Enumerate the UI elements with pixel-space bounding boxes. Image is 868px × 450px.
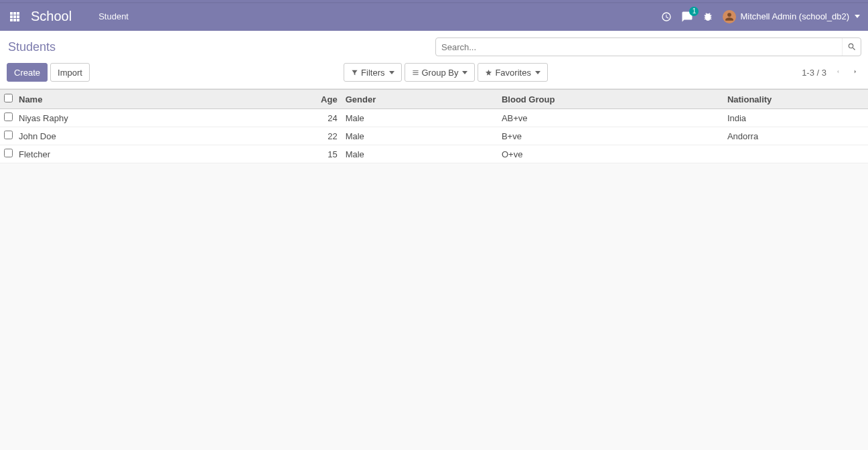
table-row[interactable]: John Doe 22 Male B+ve Andorra [0,127,868,145]
cell-nationality [725,145,868,163]
chevron-down-icon [462,71,467,74]
table-body: Niyas Raphy 24 Male AB+ve India John Doe… [0,109,868,163]
filter-icon [351,69,358,76]
cell-gender: Male [343,127,499,145]
cell-nationality: Andorra [725,127,868,145]
search-tools: Filters Group By Favorites [344,63,548,82]
col-header-name[interactable]: Name [16,90,303,109]
groupby-button[interactable]: Group By [405,63,476,82]
row-checkbox[interactable] [4,149,13,157]
avatar [723,10,736,23]
app-brand[interactable]: School [31,9,72,24]
search-icon [847,42,857,52]
cell-blood: AB+ve [499,109,725,127]
chevron-left-icon [835,67,841,76]
import-button-label: Import [58,68,82,78]
user-label: Mitchell Admin (school_db2) [740,11,849,21]
apps-icon [10,12,19,21]
chat-icon[interactable]: 1 [681,11,693,23]
cell-age: 22 [303,127,343,145]
cell-nationality: India [725,109,868,127]
control-panel: Students Create Import Filters [0,31,868,89]
activity-clock-icon[interactable] [661,11,672,22]
cell-name: John Doe [16,127,303,145]
cell-blood: B+ve [499,127,725,145]
pager-text[interactable]: 1-3 / 3 [802,68,826,78]
filters-label: Filters [361,68,384,78]
search-box[interactable] [435,38,861,56]
star-icon [485,69,492,76]
col-header-gender[interactable]: Gender [343,90,499,109]
create-button-label: Create [14,68,40,78]
debug-icon[interactable] [703,11,713,22]
menu-student[interactable]: Student [98,11,129,21]
table-row[interactable]: Fletcher 15 Male O+ve [0,145,868,163]
chevron-down-icon [389,71,394,74]
col-header-age[interactable]: Age [303,90,343,109]
table-row[interactable]: Niyas Raphy 24 Male AB+ve India [0,109,868,127]
favorites-button[interactable]: Favorites [478,63,547,82]
breadcrumb: Students [7,40,434,54]
col-header-nationality[interactable]: Nationality [725,90,868,109]
pager: 1-3 / 3 [802,64,861,81]
pager-next[interactable] [849,64,861,81]
cell-name: Niyas Raphy [16,109,303,127]
import-button[interactable]: Import [50,63,90,82]
groupby-label: Group By [422,68,459,78]
apps-menu-button[interactable] [8,10,21,23]
select-all-checkbox[interactable] [4,94,13,102]
row-checkbox[interactable] [4,112,13,121]
col-header-blood[interactable]: Blood Group [499,90,725,109]
topbar: School Student 1 Mitchell Admin (school_… [0,0,868,31]
cell-blood: O+ve [499,145,725,163]
search-expand-button[interactable] [842,38,861,56]
chat-badge: 1 [689,7,699,16]
chevron-down-icon [855,15,860,18]
chevron-right-icon [852,67,859,76]
list-icon [412,69,419,76]
topbar-right: 1 Mitchell Admin (school_db2) [661,10,860,23]
user-menu[interactable]: Mitchell Admin (school_db2) [723,10,860,23]
cell-gender: Male [343,109,499,127]
cell-gender: Male [343,145,499,163]
favorites-label: Favorites [495,68,530,78]
cell-age: 15 [303,145,343,163]
select-all-header[interactable] [0,90,16,109]
create-button[interactable]: Create [7,63,48,82]
action-buttons: Create Import [7,63,90,82]
cell-age: 24 [303,109,343,127]
cell-name: Fletcher [16,145,303,163]
row-checkbox[interactable] [4,131,13,139]
search-input[interactable] [436,42,842,52]
chevron-down-icon [535,71,540,74]
pager-prev[interactable] [832,64,844,81]
students-table: Name Age Gender Blood Group Nationality … [0,89,868,163]
filters-button[interactable]: Filters [344,63,401,82]
table-header-row: Name Age Gender Blood Group Nationality [0,90,868,109]
